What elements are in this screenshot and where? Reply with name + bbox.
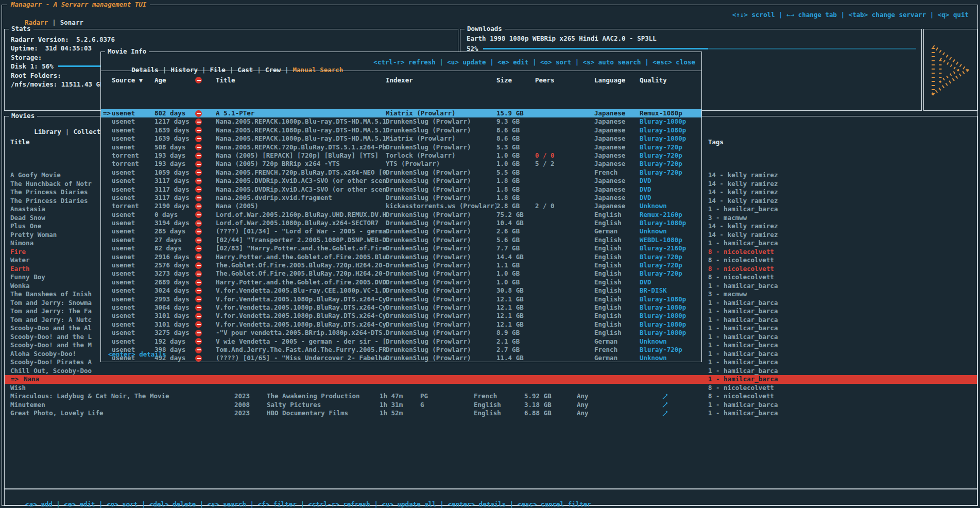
movie-rating-cell: PG <box>420 392 474 401</box>
movie-edit-cell <box>662 401 708 410</box>
release-row[interactable]: usenet 1217 days Nana.2005.REPACK.1080p.… <box>101 117 701 126</box>
movie-language-cell: English <box>474 401 524 410</box>
column-age[interactable]: Age <box>154 76 195 84</box>
release-row[interactable]: torrent 193 days Nana (2005) [REPACK] [7… <box>101 151 701 160</box>
release-peers-cell <box>535 320 594 329</box>
selection-arrow: => <box>103 109 111 117</box>
release-row[interactable]: usenet 2689 days Harry.Potter.and.the.Go… <box>101 278 701 286</box>
release-rejection-cell <box>195 126 216 134</box>
release-row[interactable]: usenet 2993 days V.for.Vendetta.2005.108… <box>101 295 701 303</box>
release-row[interactable]: usenet 1639 days Nana.2005.REPACK.1080p.… <box>101 134 701 143</box>
release-age-cell: 0 days <box>154 211 195 219</box>
movie-rating-cell <box>420 375 474 384</box>
release-row[interactable]: usenet 492 days (????) [01/65] - "Miss U… <box>101 354 701 362</box>
release-language-cell: German <box>594 337 640 346</box>
release-row[interactable]: usenet 1059 days Nana.2005.FRENCH.720p.B… <box>101 168 701 177</box>
release-language-cell: English <box>594 269 640 278</box>
tab-radarr[interactable]: Radarr <box>25 19 60 26</box>
release-rejection-cell <box>195 295 216 303</box>
movie-row[interactable]: Chill Out, Scooby-Doo <box>5 367 977 376</box>
tab-library[interactable]: Library <box>34 128 73 136</box>
release-row[interactable]: usenet 3101 days V.for.Vendetta.2005.108… <box>101 312 701 320</box>
release-row[interactable]: usenet 3101 days V.for.Vendetta.2005.108… <box>101 320 701 329</box>
release-language-cell: Japanese <box>594 151 640 160</box>
tab-file[interactable]: File <box>210 66 238 74</box>
release-title-cell: Nana (2005) [REPACK] [720p] [BluRay] [YT… <box>216 151 386 160</box>
release-language-cell: English <box>594 253 640 261</box>
tab-manual-search[interactable]: Manual Search <box>293 66 343 74</box>
root-folder-label: /nfs/movies: 11511.43 GB <box>11 80 104 88</box>
column-peers[interactable]: Peers <box>535 76 594 84</box>
release-title-cell: Nana.2005.DVDRip.XviD.AC3-SVO (or other … <box>216 177 386 185</box>
release-indexer-cell: DrunkenSlug (Prowlarr) <box>386 286 496 295</box>
movie-tags-cell: 8 - nicolecolvett <box>708 248 977 257</box>
movie-row[interactable]: Miraculous: Ladybug & Cat Noir, The Movi… <box>5 392 977 401</box>
release-row[interactable]: torrent 193 days Nana (2005) 720p BRRip … <box>101 160 701 168</box>
tab-history[interactable]: History <box>170 66 210 74</box>
release-row[interactable]: usenet 3273 days The.Goblet.Of.Fire.2005… <box>101 269 701 278</box>
movie-edit-cell <box>662 409 708 418</box>
no-entry-icon <box>195 169 202 176</box>
release-row[interactable]: usenet 3117 days Nana.2005.DVDRip.XviD.A… <box>101 185 701 194</box>
modal-divider <box>101 71 701 71</box>
tab-crew[interactable]: Crew <box>265 66 293 74</box>
release-row[interactable]: usenet 2916 days Harry.Potter.and.the.Go… <box>101 253 701 261</box>
release-row[interactable]: usenet 3024 days V.for.Vendetta.2005.Blu… <box>101 286 701 295</box>
release-rejection-cell <box>195 211 216 219</box>
release-row[interactable]: usenet 3275 days -"V pour vendetta.2005.… <box>101 329 701 337</box>
release-size-cell: 5.6 GB <box>496 236 535 244</box>
release-row[interactable]: usenet 1639 days Nana.2005.REPACK.1080p.… <box>101 126 701 134</box>
release-indexer-cell: DrunkenSlug (Prowlarr) <box>386 295 496 303</box>
release-row[interactable]: torrent 2190 days Nana (2005) kickasstor… <box>101 202 701 210</box>
movie-row[interactable]: Nana <box>5 375 977 384</box>
release-row[interactable]: usenet 802 days A 5.1-PTer Miatrix (Prow… <box>101 109 701 117</box>
release-indexer-cell: DrunkenSlug (Prowlarr) <box>386 244 496 252</box>
tab-sonarr[interactable]: Sonarr <box>60 19 83 26</box>
column-quality[interactable]: Quality <box>640 76 701 84</box>
movie-row[interactable]: Great Photo, Lovely Life 2023 HBO Docume… <box>5 409 977 418</box>
release-indexer-cell: kickasstorrents.ws (Prowlarr) <box>386 202 496 210</box>
column-release-title[interactable]: Title <box>216 76 386 84</box>
movie-studio-cell: HBO Documentary Films <box>267 409 380 418</box>
tab-details[interactable]: Details <box>131 66 170 74</box>
release-row[interactable]: usenet 0 days Lord.of.War.2005.2160p.Blu… <box>101 211 701 219</box>
release-rejection-cell <box>195 185 216 194</box>
column-indexer[interactable]: Indexer <box>386 76 496 84</box>
radarr-version-line: Radarr Version: 5.2.6.8376 <box>11 35 453 44</box>
no-entry-icon <box>195 144 202 150</box>
release-row[interactable]: usenet 285 days (????) [01/34] - "Lord o… <box>101 227 701 235</box>
movie-row[interactable]: Minutemen 2008 Salty Pictures 1h 31m G E… <box>5 401 977 410</box>
release-row[interactable]: usenet 3064 days V.for.Vendetta.2005.108… <box>101 303 701 312</box>
tab-cast[interactable]: Cast <box>237 66 265 74</box>
download-item[interactable]: Earth 1998 1080p WEBRip x265 Hindi AAC2.… <box>467 35 657 42</box>
column-language[interactable]: Language <box>594 76 640 84</box>
release-title-cell: -"V pour vendetta.2005.BRrip.1080p.x264-… <box>216 329 386 337</box>
release-row[interactable]: usenet 3117 days Nana.2005.DVDRip.XviD.A… <box>101 177 701 185</box>
release-indexer-cell: DrunkenSlug (Prowlarr) <box>386 117 496 126</box>
release-row[interactable]: usenet 508 days Nana.2005.REPACK.720p.Bl… <box>101 143 701 151</box>
release-size-cell: 30.8 GB <box>496 286 535 295</box>
release-row[interactable]: usenet 192 days V wie Vendetta - 2005 - … <box>101 337 701 346</box>
release-row[interactable]: usenet 3117 days nana.2005.dvdrip.xvid.f… <box>101 194 701 202</box>
release-row[interactable]: usenet 398 days Tom.And.Jerry.The.Fast.A… <box>101 346 701 354</box>
release-row[interactable]: usenet 3194 days Lord.of.War.2005.1080p.… <box>101 219 701 227</box>
movie-tags-cell: 1 - hamilcar_barca <box>708 367 977 376</box>
release-row[interactable]: usenet 82 days [02/83] "Harry.Potter.and… <box>101 244 701 252</box>
column-size[interactable]: Size <box>496 76 535 84</box>
release-rejection-cell <box>195 236 216 244</box>
column-source[interactable]: Source ▼ <box>112 76 154 84</box>
release-rejection-cell <box>195 269 216 278</box>
release-row[interactable]: usenet 27 days [02/44] "Transporter 2.20… <box>101 236 701 244</box>
no-entry-icon <box>195 161 202 167</box>
release-peers-cell <box>535 312 594 320</box>
movie-row[interactable]: Wish <box>5 384 977 393</box>
release-age-cell: 3275 days <box>154 329 195 337</box>
release-row[interactable]: usenet 2576 days The.Goblet.Of.Fire.2005… <box>101 261 701 269</box>
release-language-cell: English <box>594 261 640 269</box>
no-entry-icon <box>195 195 202 201</box>
release-source-cell: usenet <box>112 117 154 126</box>
version-label: Radarr Version: <box>11 36 69 43</box>
release-title-cell: (????) [01/65] - "Miss Undercover 2- Fab… <box>216 354 386 362</box>
release-peers-cell <box>535 236 594 244</box>
release-peers-cell <box>535 253 594 261</box>
